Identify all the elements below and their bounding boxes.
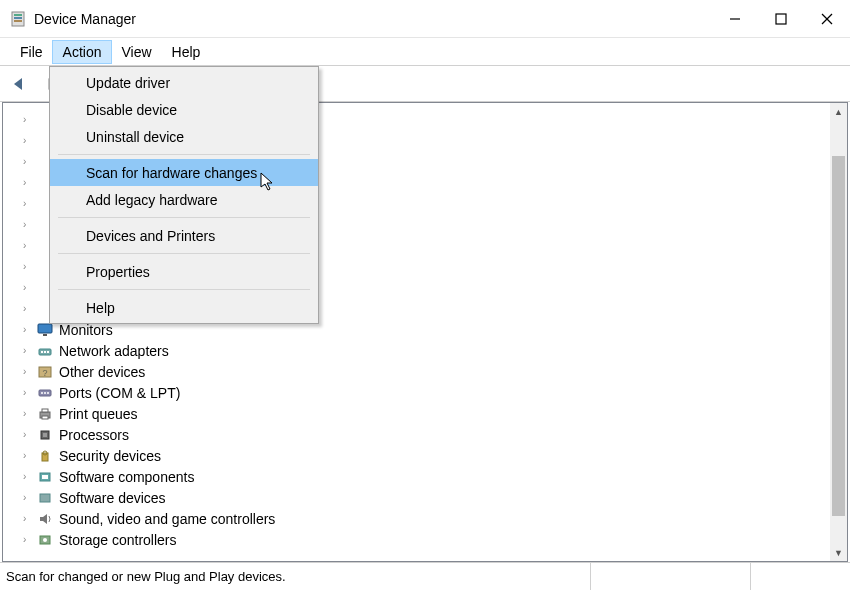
menu-scan-hardware[interactable]: Scan for hardware changes (50, 159, 318, 186)
svg-point-19 (47, 392, 49, 394)
svg-rect-9 (43, 334, 47, 336)
menu-disable-device[interactable]: Disable device (50, 96, 318, 123)
tree-row-sound[interactable]: ›Sound, video and game controllers (11, 508, 847, 529)
svg-rect-21 (42, 409, 48, 412)
node-label: Processors (55, 427, 129, 443)
menu-devices-printers[interactable]: Devices and Printers (50, 222, 318, 249)
status-text: Scan for changed or new Plug and Play de… (6, 569, 286, 584)
tree-row-storage[interactable]: ›Storage controllers (11, 529, 847, 550)
node-label: Software components (55, 469, 194, 485)
svg-rect-5 (776, 14, 786, 24)
tree-row-security[interactable]: ›Security devices (11, 445, 847, 466)
other-icon: ? (35, 365, 55, 379)
svg-point-31 (43, 538, 47, 542)
app-icon (10, 11, 26, 27)
menu-separator (58, 253, 310, 254)
window-controls (712, 0, 850, 38)
menu-update-driver[interactable]: Update driver (50, 69, 318, 96)
node-label: Security devices (55, 448, 161, 464)
ports-icon (35, 386, 55, 400)
tree-row-network[interactable]: ›Network adapters (11, 340, 847, 361)
swdevice-icon (35, 491, 55, 505)
scroll-thumb[interactable] (832, 156, 845, 516)
svg-text:?: ? (42, 368, 47, 378)
menu-uninstall-device[interactable]: Uninstall device (50, 123, 318, 150)
scroll-up-button[interactable]: ▲ (830, 103, 847, 120)
menu-separator (58, 217, 310, 218)
menu-help-item[interactable]: Help (50, 294, 318, 321)
tree-row-other[interactable]: ›?Other devices (11, 361, 847, 382)
menu-separator (58, 154, 310, 155)
node-label: Software devices (55, 490, 166, 506)
maximize-button[interactable] (758, 0, 804, 38)
menu-action[interactable]: Action (53, 41, 112, 63)
status-bar: Scan for changed or new Plug and Play de… (0, 562, 850, 590)
speaker-icon (35, 512, 55, 526)
menu-properties[interactable]: Properties (50, 258, 318, 285)
menu-separator (58, 289, 310, 290)
node-label: Ports (COM & LPT) (55, 385, 180, 401)
svg-rect-2 (14, 17, 22, 19)
monitor-icon (35, 323, 55, 337)
tree-row-ports[interactable]: ›Ports (COM & LPT) (11, 382, 847, 403)
svg-point-18 (44, 392, 46, 394)
network-icon (35, 344, 55, 358)
scroll-down-button[interactable]: ▼ (830, 544, 847, 561)
svg-point-17 (41, 392, 43, 394)
title-bar: Device Manager (0, 0, 850, 38)
printer-icon (35, 407, 55, 421)
menu-file[interactable]: File (10, 41, 53, 63)
menu-bar: File Action View Help (0, 38, 850, 66)
close-button[interactable] (804, 0, 850, 38)
menu-add-legacy[interactable]: Add legacy hardware (50, 186, 318, 213)
menu-view[interactable]: View (111, 41, 161, 63)
svg-rect-3 (14, 20, 22, 22)
tree-row-processors[interactable]: ›Processors (11, 424, 847, 445)
minimize-button[interactable] (712, 0, 758, 38)
svg-rect-1 (14, 14, 22, 16)
security-icon (35, 449, 55, 463)
action-dropdown: Update driver Disable device Uninstall d… (49, 66, 319, 324)
svg-rect-8 (38, 324, 52, 333)
node-label: Network adapters (55, 343, 169, 359)
svg-rect-22 (42, 416, 48, 419)
node-label: Sound, video and game controllers (55, 511, 275, 527)
svg-rect-24 (43, 433, 47, 437)
tree-row-swcomponents[interactable]: ›Software components (11, 466, 847, 487)
svg-rect-28 (42, 475, 48, 479)
tree-row-swdevices[interactable]: ›Software devices (11, 487, 847, 508)
node-label: Storage controllers (55, 532, 177, 548)
node-label: Print queues (55, 406, 138, 422)
vertical-scrollbar[interactable]: ▲ ▼ (830, 103, 847, 561)
window-title: Device Manager (34, 11, 712, 27)
back-button[interactable] (6, 70, 34, 98)
svg-rect-29 (40, 494, 50, 502)
scroll-track[interactable] (830, 120, 847, 544)
storage-icon (35, 533, 55, 547)
svg-rect-12 (44, 351, 46, 353)
status-cell (590, 563, 750, 590)
node-label: Other devices (55, 364, 145, 380)
component-icon (35, 470, 55, 484)
svg-rect-13 (47, 351, 49, 353)
cpu-icon (35, 428, 55, 442)
svg-rect-11 (41, 351, 43, 353)
status-cell (750, 563, 850, 590)
tree-row-printqueues[interactable]: ›Print queues (11, 403, 847, 424)
menu-help[interactable]: Help (162, 41, 211, 63)
